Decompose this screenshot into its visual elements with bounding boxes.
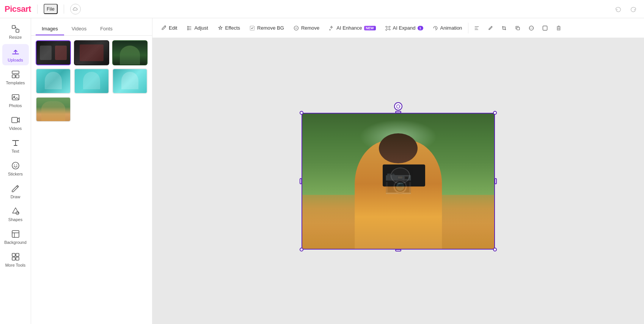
- file-menu-button[interactable]: File: [44, 4, 58, 14]
- pen-button[interactable]: [484, 22, 496, 34]
- handle-top-middle[interactable]: [395, 111, 401, 113]
- redo-button[interactable]: [627, 3, 639, 15]
- edit-button[interactable]: Edit: [157, 23, 181, 33]
- sidebar-item-more-tools[interactable]: More Tools: [2, 249, 29, 270]
- thumbnail-item[interactable]: [36, 68, 71, 93]
- topbar-divider2: [64, 5, 64, 14]
- ai-expand-button[interactable]: AI Expand 1: [381, 23, 427, 33]
- svg-rect-7: [12, 117, 17, 123]
- tab-videos[interactable]: Videos: [66, 23, 93, 35]
- cloud-save-icon[interactable]: [70, 4, 81, 14]
- ai-expand-label: AI Expand: [393, 25, 416, 31]
- border-button[interactable]: [539, 22, 551, 34]
- draw-icon: [11, 184, 20, 193]
- thumbnail-row-3: [36, 97, 148, 122]
- image-toolbar: Edit Adjust Effects: [152, 18, 644, 38]
- thumb-preview: [36, 41, 70, 65]
- thumbnail-item[interactable]: [36, 97, 71, 122]
- thumbnail-item[interactable]: [74, 40, 109, 65]
- animation-label: Animation: [440, 25, 462, 31]
- sidebar-item-shapes-label: Shapes: [8, 217, 22, 222]
- remove-bg-button[interactable]: Remove BG: [245, 23, 288, 33]
- handle-middle-left[interactable]: [300, 178, 302, 184]
- sidebar-item-text[interactable]: Text: [2, 135, 29, 156]
- handle-middle-right[interactable]: [495, 178, 497, 184]
- sidebar-item-background[interactable]: Background: [2, 226, 29, 248]
- handle-top-right[interactable]: [493, 111, 497, 115]
- undo-redo-group: [612, 3, 639, 15]
- remove-button[interactable]: Remove: [289, 23, 323, 33]
- svg-rect-16: [16, 257, 19, 260]
- canvas-container: [152, 38, 644, 324]
- templates-icon: [11, 70, 20, 79]
- svg-rect-12: [12, 231, 19, 237]
- effects-button[interactable]: Effects: [214, 23, 244, 33]
- selected-image-container[interactable]: [302, 113, 495, 250]
- background-icon: [11, 229, 20, 239]
- svg-rect-14: [16, 253, 19, 256]
- sidebar-item-templates-label: Templates: [6, 81, 25, 85]
- svg-rect-3: [12, 75, 15, 78]
- align-button[interactable]: [471, 22, 483, 34]
- thumbnail-item[interactable]: [112, 68, 148, 93]
- mask-button[interactable]: [525, 22, 537, 34]
- svg-rect-22: [386, 27, 389, 29]
- sidebar-item-videos[interactable]: Videos: [2, 112, 29, 134]
- svg-rect-15: [12, 257, 15, 260]
- ai-enhance-badge: NEW: [364, 26, 376, 30]
- remove-bg-label: Remove BG: [257, 25, 284, 31]
- handle-bottom-middle[interactable]: [395, 249, 401, 251]
- tab-fonts[interactable]: Fonts: [94, 23, 119, 35]
- photos-icon: [11, 93, 20, 102]
- crop-button[interactable]: [498, 22, 510, 34]
- thumbnail-row-2: [36, 68, 148, 93]
- svg-point-8: [12, 162, 19, 169]
- animation-button[interactable]: Animation: [429, 23, 466, 33]
- effects-label: Effects: [225, 25, 240, 31]
- toolbar-divider: [468, 23, 468, 33]
- handle-bottom-left[interactable]: [300, 248, 303, 251]
- topbar-divider: [37, 5, 38, 14]
- svg-rect-25: [543, 26, 547, 30]
- sidebar-item-resize[interactable]: Resize: [2, 21, 29, 43]
- resize-icon: [11, 24, 20, 33]
- thumb-preview: [113, 41, 147, 65]
- ai-enhance-button[interactable]: AI Enhance NEW: [325, 23, 379, 33]
- rotate-handle[interactable]: [394, 102, 402, 111]
- sidebar-item-stickers[interactable]: Stickers: [2, 158, 29, 179]
- sidebar-item-text-label: Text: [11, 149, 19, 153]
- sidebar-item-uploads[interactable]: Uploads: [2, 44, 29, 65]
- remove-label: Remove: [301, 25, 319, 31]
- undo-button[interactable]: [612, 3, 624, 15]
- svg-rect-20: [250, 26, 254, 30]
- adjust-button[interactable]: Adjust: [182, 23, 212, 33]
- sidebar-item-stickers-label: Stickers: [8, 172, 23, 176]
- handle-bottom-right[interactable]: [493, 248, 497, 251]
- topbar: Picsart File: [0, 0, 644, 18]
- tab-images[interactable]: Images: [36, 23, 64, 35]
- sidebar-item-photos[interactable]: Photos: [2, 90, 29, 111]
- copy-style-button[interactable]: [512, 22, 524, 34]
- sidebar-item-templates[interactable]: Templates: [2, 67, 29, 88]
- canvas-image[interactable]: [302, 113, 495, 250]
- sidebar-item-resize-label: Resize: [9, 35, 22, 40]
- svg-point-9: [14, 164, 15, 165]
- sidebar-item-draw[interactable]: Draw: [2, 181, 29, 202]
- delete-button[interactable]: [553, 22, 565, 34]
- svg-rect-2: [12, 71, 19, 74]
- upload-icon: [11, 47, 20, 56]
- more-tools-icon: [11, 252, 20, 261]
- thumbnail-item[interactable]: [112, 40, 148, 65]
- svg-rect-0: [12, 25, 15, 28]
- thumb-preview: [75, 69, 108, 93]
- sidebar-item-shapes[interactable]: Shapes: [2, 204, 29, 225]
- shapes-icon: [11, 207, 20, 216]
- sidebar-item-photos-label: Photos: [9, 103, 22, 108]
- thumbnail-item[interactable]: [36, 40, 71, 65]
- canvas-area[interactable]: Edit Adjust Effects: [152, 18, 644, 324]
- handle-top-left[interactable]: [300, 111, 303, 115]
- ai-expand-count: 1: [418, 26, 423, 30]
- sidebar-item-videos-label: Videos: [9, 126, 22, 131]
- thumbnail-item[interactable]: [74, 68, 109, 93]
- sidebar-item-background-label: Background: [4, 240, 27, 245]
